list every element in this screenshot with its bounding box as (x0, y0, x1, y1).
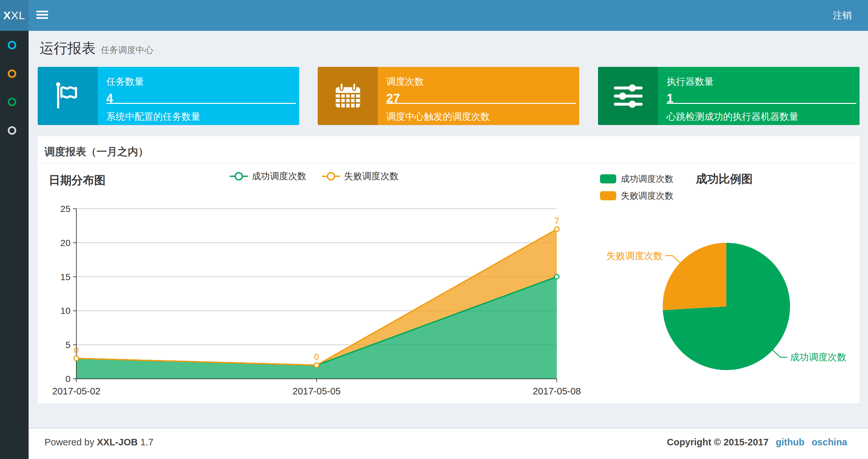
info-box-divider (106, 103, 296, 104)
svg-text:失败调度次数: 失败调度次数 (606, 251, 663, 261)
sliders-icon (598, 67, 658, 125)
info-box-triggers: 调度次数 27 调度中心触发的调度次数 (318, 67, 579, 125)
app-logo[interactable]: XXL (0, 0, 29, 31)
logout-link[interactable]: 注销 (833, 0, 852, 31)
panel-header-divider (38, 163, 860, 164)
legend-item-pie[interactable]: 失败调度次数 (600, 190, 674, 202)
legend-label: 成功调度次数 (252, 170, 306, 183)
sidebar (0, 31, 29, 459)
page-title: 运行报表 (40, 40, 95, 56)
footer-link-github[interactable]: github (776, 437, 805, 447)
top-navbar: XXL 注销 (0, 0, 868, 31)
info-box-divider (666, 103, 856, 104)
page-subtitle: 任务调度中心 (101, 45, 153, 55)
info-box-label: 任务数量 (106, 75, 299, 88)
legend-label: 失败调度次数 (621, 190, 674, 202)
svg-text:2017-05-05: 2017-05-05 (292, 386, 340, 396)
info-box-desc: 心跳检测成功的执行器机器数量 (666, 110, 799, 123)
svg-text:成功调度次数: 成功调度次数 (790, 352, 846, 362)
svg-text:0: 0 (314, 352, 319, 362)
sidebar-item-menu-help[interactable] (8, 126, 16, 135)
sidebar-item-menu-report[interactable] (8, 41, 16, 50)
svg-text:2017-05-08: 2017-05-08 (533, 386, 581, 396)
info-box-jobs: 任务数量 4 系统中配置的任务数量 (38, 67, 299, 125)
info-box-label: 调度次数 (386, 75, 579, 88)
line-chart-legend: 成功调度次数失败调度次数 (38, 170, 590, 183)
flag-icon (38, 67, 98, 125)
info-box-label: 执行器数量 (666, 75, 860, 88)
pie-chart-title: 成功比例图 (696, 171, 753, 187)
footer-copyright: Copyright © 2015-2017githuboschina (667, 437, 847, 448)
footer-product: XXL-JOB (97, 437, 138, 447)
info-box-executors: 执行器数量 1 心跳检测成功的执行器机器数量 (598, 67, 860, 125)
logo-text: XL (11, 9, 25, 22)
svg-text:10: 10 (60, 306, 70, 316)
info-box-divider (386, 103, 576, 104)
info-box-desc: 系统中配置的任务数量 (106, 110, 200, 123)
legend-label: 失败调度次数 (344, 170, 399, 183)
logo-text-bold: X (3, 9, 11, 22)
success-ratio-pie-chart: 成功调度次数失败调度次数 (590, 224, 860, 396)
sidebar-item-menu-job[interactable] (8, 69, 16, 78)
info-box-desc: 调度中心触发的调度次数 (386, 110, 490, 123)
svg-text:5: 5 (65, 340, 70, 350)
legend-swatch (600, 174, 616, 184)
svg-text:7: 7 (554, 216, 559, 226)
svg-text:0: 0 (65, 374, 70, 384)
legend-label: 成功调度次数 (621, 173, 674, 185)
footer: Powered by XXL-JOB 1.7 Copyright © 2015-… (29, 428, 868, 459)
sidebar-item-menu-log[interactable] (8, 98, 16, 106)
svg-text:0: 0 (74, 346, 79, 355)
svg-text:2017-05-02: 2017-05-02 (52, 386, 100, 396)
svg-text:25: 25 (60, 204, 70, 214)
pie-chart-legend: 成功调度次数失败调度次数 (600, 173, 674, 207)
footer-link-oschina[interactable]: oschina (811, 437, 847, 447)
legend-item-line[interactable]: 成功调度次数 (229, 170, 306, 183)
footer-version: 1.7 (140, 437, 153, 447)
footer-powered-by: Powered by XXL-JOB 1.7 (44, 437, 153, 448)
sidebar-toggle-icon[interactable] (36, 11, 48, 21)
legend-item-line[interactable]: 失败调度次数 (321, 170, 399, 183)
calendar-icon (318, 67, 378, 125)
svg-text:20: 20 (60, 238, 70, 248)
legend-item-pie[interactable]: 成功调度次数 (600, 173, 674, 185)
page-header: 运行报表任务调度中心 (40, 39, 153, 58)
report-panel-title: 调度报表（一月之内） (44, 145, 149, 159)
date-distribution-chart: 05101520252017-05-022017-05-052017-05-08… (38, 192, 590, 399)
legend-swatch (600, 191, 616, 200)
svg-text:15: 15 (60, 272, 70, 282)
